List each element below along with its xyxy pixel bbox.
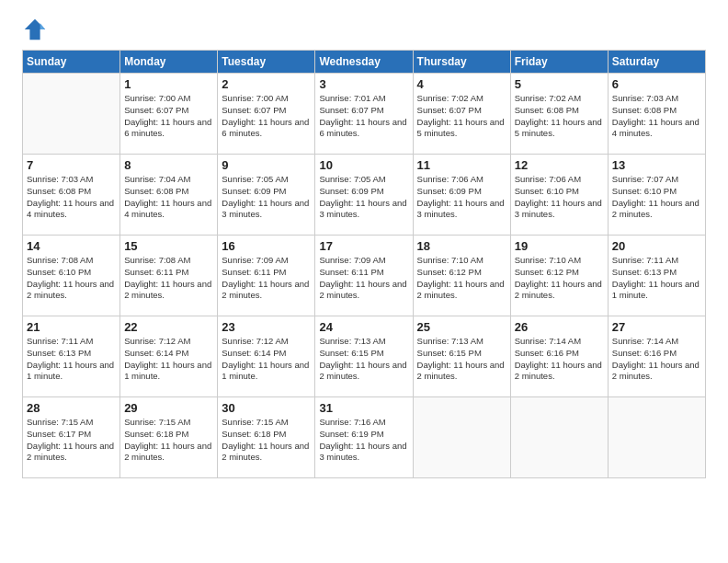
day-info: Sunrise: 7:06 AM Sunset: 6:10 PM Dayligh…	[515, 174, 604, 221]
header-saturday: Saturday	[608, 51, 705, 74]
day-info: Sunrise: 7:09 AM Sunset: 6:11 PM Dayligh…	[222, 255, 311, 302]
calendar-cell: 10Sunrise: 7:05 AM Sunset: 6:09 PM Dayli…	[315, 155, 413, 236]
day-info: Sunrise: 7:10 AM Sunset: 6:12 PM Dayligh…	[515, 255, 604, 302]
day-number: 21	[27, 320, 116, 334]
calendar-cell: 21Sunrise: 7:11 AM Sunset: 6:13 PM Dayli…	[23, 316, 120, 397]
calendar-week-0: 1Sunrise: 7:00 AM Sunset: 6:07 PM Daylig…	[23, 74, 706, 155]
header-friday: Friday	[510, 51, 608, 74]
page: SundayMondayTuesdayWednesdayThursdayFrid…	[0, 0, 728, 563]
calendar-week-2: 14Sunrise: 7:08 AM Sunset: 6:10 PM Dayli…	[23, 236, 706, 316]
day-info: Sunrise: 7:00 AM Sunset: 6:07 PM Dayligh…	[222, 93, 311, 140]
day-info: Sunrise: 7:16 AM Sunset: 6:19 PM Dayligh…	[319, 417, 408, 464]
day-info: Sunrise: 7:09 AM Sunset: 6:11 PM Dayligh…	[319, 255, 408, 302]
day-info: Sunrise: 7:03 AM Sunset: 6:08 PM Dayligh…	[612, 93, 701, 140]
day-info: Sunrise: 7:05 AM Sunset: 6:09 PM Dayligh…	[222, 174, 311, 221]
day-number: 3	[319, 77, 408, 91]
day-number: 12	[515, 158, 604, 172]
calendar-cell: 30Sunrise: 7:15 AM Sunset: 6:18 PM Dayli…	[218, 397, 315, 478]
calendar-cell: 19Sunrise: 7:10 AM Sunset: 6:12 PM Dayli…	[510, 236, 608, 316]
calendar-cell: 8Sunrise: 7:04 AM Sunset: 6:08 PM Daylig…	[120, 155, 218, 236]
calendar-cell: 12Sunrise: 7:06 AM Sunset: 6:10 PM Dayli…	[510, 155, 608, 236]
header-area	[22, 17, 706, 42]
calendar-cell: 7Sunrise: 7:03 AM Sunset: 6:08 PM Daylig…	[23, 155, 120, 236]
day-number: 29	[124, 401, 213, 415]
calendar-cell	[608, 397, 705, 478]
calendar-cell: 18Sunrise: 7:10 AM Sunset: 6:12 PM Dayli…	[413, 236, 510, 316]
header-monday: Monday	[120, 51, 218, 74]
day-number: 26	[515, 320, 604, 334]
day-info: Sunrise: 7:06 AM Sunset: 6:09 PM Dayligh…	[417, 174, 506, 221]
day-number: 27	[612, 320, 701, 334]
calendar-cell: 15Sunrise: 7:08 AM Sunset: 6:11 PM Dayli…	[120, 236, 218, 316]
day-info: Sunrise: 7:05 AM Sunset: 6:09 PM Dayligh…	[319, 174, 408, 221]
calendar-cell: 3Sunrise: 7:01 AM Sunset: 6:07 PM Daylig…	[315, 74, 413, 155]
calendar: SundayMondayTuesdayWednesdayThursdayFrid…	[22, 50, 706, 478]
calendar-cell: 25Sunrise: 7:13 AM Sunset: 6:15 PM Dayli…	[413, 316, 510, 397]
calendar-week-1: 7Sunrise: 7:03 AM Sunset: 6:08 PM Daylig…	[23, 155, 706, 236]
day-number: 2	[222, 77, 311, 91]
day-info: Sunrise: 7:08 AM Sunset: 6:11 PM Dayligh…	[124, 255, 213, 302]
day-info: Sunrise: 7:13 AM Sunset: 6:15 PM Dayligh…	[319, 336, 408, 383]
calendar-cell: 29Sunrise: 7:15 AM Sunset: 6:18 PM Dayli…	[120, 397, 218, 478]
calendar-cell: 2Sunrise: 7:00 AM Sunset: 6:07 PM Daylig…	[218, 74, 315, 155]
day-number: 11	[417, 158, 506, 172]
day-info: Sunrise: 7:03 AM Sunset: 6:08 PM Dayligh…	[27, 174, 116, 221]
header-tuesday: Tuesday	[218, 51, 315, 74]
day-number: 9	[222, 158, 311, 172]
day-info: Sunrise: 7:00 AM Sunset: 6:07 PM Dayligh…	[124, 93, 213, 140]
calendar-cell: 24Sunrise: 7:13 AM Sunset: 6:15 PM Dayli…	[315, 316, 413, 397]
calendar-cell: 5Sunrise: 7:02 AM Sunset: 6:08 PM Daylig…	[510, 74, 608, 155]
day-info: Sunrise: 7:02 AM Sunset: 6:07 PM Dayligh…	[417, 93, 506, 140]
calendar-cell: 11Sunrise: 7:06 AM Sunset: 6:09 PM Dayli…	[413, 155, 510, 236]
calendar-cell: 6Sunrise: 7:03 AM Sunset: 6:08 PM Daylig…	[608, 74, 705, 155]
day-number: 5	[515, 77, 604, 91]
calendar-cell: 14Sunrise: 7:08 AM Sunset: 6:10 PM Dayli…	[23, 236, 120, 316]
calendar-cell: 22Sunrise: 7:12 AM Sunset: 6:14 PM Dayli…	[120, 316, 218, 397]
day-number: 20	[612, 239, 701, 253]
day-info: Sunrise: 7:14 AM Sunset: 6:16 PM Dayligh…	[612, 336, 701, 383]
day-number: 14	[27, 239, 116, 253]
calendar-cell: 16Sunrise: 7:09 AM Sunset: 6:11 PM Dayli…	[218, 236, 315, 316]
calendar-cell: 27Sunrise: 7:14 AM Sunset: 6:16 PM Dayli…	[608, 316, 705, 397]
calendar-cell: 13Sunrise: 7:07 AM Sunset: 6:10 PM Dayli…	[608, 155, 705, 236]
day-number: 22	[124, 320, 213, 334]
logo	[22, 17, 51, 42]
day-number: 13	[612, 158, 701, 172]
header-sunday: Sunday	[23, 51, 120, 74]
day-number: 15	[124, 239, 213, 253]
day-number: 6	[612, 77, 701, 91]
day-number: 23	[222, 320, 311, 334]
day-info: Sunrise: 7:04 AM Sunset: 6:08 PM Dayligh…	[124, 174, 213, 221]
header-wednesday: Wednesday	[315, 51, 413, 74]
day-info: Sunrise: 7:14 AM Sunset: 6:16 PM Dayligh…	[515, 336, 604, 383]
day-info: Sunrise: 7:15 AM Sunset: 6:18 PM Dayligh…	[124, 417, 213, 464]
calendar-header-row: SundayMondayTuesdayWednesdayThursdayFrid…	[23, 51, 706, 74]
day-info: Sunrise: 7:12 AM Sunset: 6:14 PM Dayligh…	[124, 336, 213, 383]
day-number: 28	[27, 401, 116, 415]
day-info: Sunrise: 7:11 AM Sunset: 6:13 PM Dayligh…	[612, 255, 701, 302]
day-number: 31	[319, 401, 408, 415]
calendar-cell: 28Sunrise: 7:15 AM Sunset: 6:17 PM Dayli…	[23, 397, 120, 478]
calendar-cell: 4Sunrise: 7:02 AM Sunset: 6:07 PM Daylig…	[413, 74, 510, 155]
day-info: Sunrise: 7:12 AM Sunset: 6:14 PM Dayligh…	[222, 336, 311, 383]
calendar-cell: 17Sunrise: 7:09 AM Sunset: 6:11 PM Dayli…	[315, 236, 413, 316]
day-info: Sunrise: 7:07 AM Sunset: 6:10 PM Dayligh…	[612, 174, 701, 221]
svg-marker-1	[40, 23, 46, 29]
day-number: 1	[124, 77, 213, 91]
day-info: Sunrise: 7:02 AM Sunset: 6:08 PM Dayligh…	[515, 93, 604, 140]
header-thursday: Thursday	[413, 51, 510, 74]
day-info: Sunrise: 7:11 AM Sunset: 6:13 PM Dayligh…	[27, 336, 116, 383]
calendar-cell: 26Sunrise: 7:14 AM Sunset: 6:16 PM Dayli…	[510, 316, 608, 397]
day-info: Sunrise: 7:15 AM Sunset: 6:17 PM Dayligh…	[27, 417, 116, 464]
day-number: 19	[515, 239, 604, 253]
calendar-cell	[23, 74, 120, 155]
day-number: 4	[417, 77, 506, 91]
day-info: Sunrise: 7:10 AM Sunset: 6:12 PM Dayligh…	[417, 255, 506, 302]
day-number: 30	[222, 401, 311, 415]
day-number: 25	[417, 320, 506, 334]
day-number: 18	[417, 239, 506, 253]
day-info: Sunrise: 7:08 AM Sunset: 6:10 PM Dayligh…	[27, 255, 116, 302]
day-number: 7	[27, 158, 116, 172]
day-info: Sunrise: 7:15 AM Sunset: 6:18 PM Dayligh…	[222, 417, 311, 464]
day-number: 24	[319, 320, 408, 334]
